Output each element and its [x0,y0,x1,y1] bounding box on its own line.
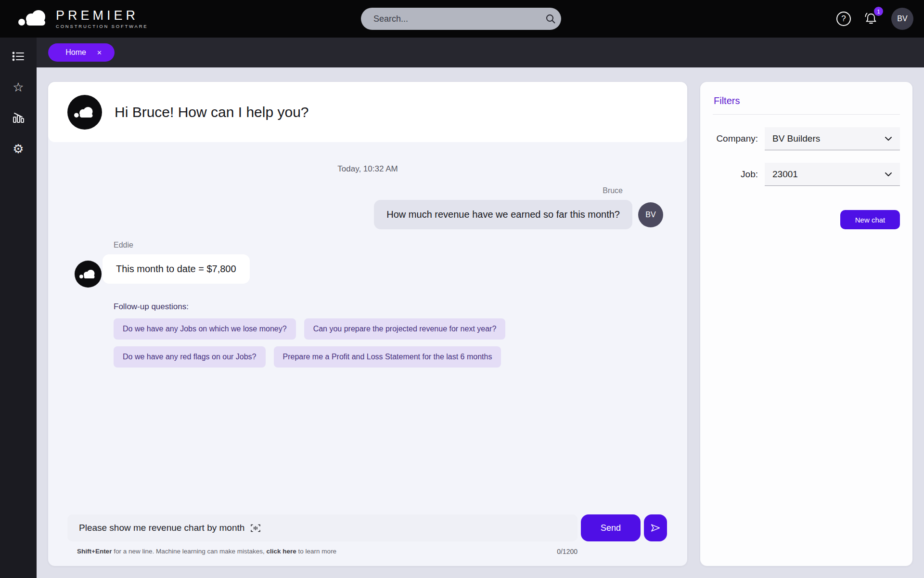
main-area: Hi Bruce! How can I help you? Today, 10:… [37,67,924,578]
gear-glyph: ⚙ [13,143,24,155]
tab-home-label: Home [65,48,86,57]
message-author: Bruce [603,186,623,195]
send-arrow-icon[interactable] [644,514,667,541]
message-bubble: How much revenue have we earned so far t… [374,200,632,229]
user-avatar[interactable]: BV [891,8,913,30]
tab-close-icon[interactable]: ✕ [97,49,102,56]
char-count: 0/1200 [557,548,578,555]
followup-section: Follow-up questions: Do we have any Jobs… [114,302,510,368]
message-bubble: This month to date = $7,800 [103,254,250,284]
assistant-avatar [67,95,102,130]
settings-gear-icon[interactable]: ⚙ [12,142,25,156]
hint-text-end: to learn more [296,548,336,555]
conversation: Today, 10:32 AM Bruce How much revenue h… [48,142,687,514]
company-select[interactable]: BV Builders [765,127,900,150]
filters-panel: Filters Company: BV Builders Job: 23001 [700,82,912,566]
chevron-down-icon [885,134,892,143]
followup-heading: Follow-up questions: [114,302,510,312]
tab-home[interactable]: Home ✕ [48,43,115,62]
notifications-bell-icon[interactable]: 1 [863,10,879,27]
message-assistant: Eddie This month to date = $7,800 [48,241,687,288]
followup-chip[interactable]: Do we have any red flags on our Jobs? [114,346,266,368]
company-label: Company: [713,133,765,144]
conversation-timestamp: Today, 10:32 AM [48,164,687,174]
hint-learn-more-link[interactable]: click here [267,548,296,555]
followup-chip[interactable]: Prepare me a Profit and Loss Statement f… [274,346,501,368]
assistant-message-avatar [75,261,102,288]
message-author: Eddie [114,241,133,250]
job-select[interactable]: 23001 [765,163,900,186]
composer: Please show me revenue chart by month Se… [48,514,687,566]
star-glyph: ☆ [13,81,24,93]
chat-header: Hi Bruce! How can I help you? [48,82,687,142]
new-chat-button[interactable]: New chat [840,210,900,229]
message-user: Bruce How much revenue have we earned so… [48,186,687,229]
user-message-avatar: BV [638,202,663,227]
brand-tagline: CONSTRUCTION SOFTWARE [56,24,148,29]
followup-chip[interactable]: Do we have any Jobs on which we lose mon… [114,318,296,340]
analytics-chart-icon[interactable] [12,111,25,125]
list-menu-icon[interactable] [12,50,25,63]
job-filter-row: Job: 23001 [713,163,900,186]
chevron-down-icon [885,170,892,179]
brand-name: PREMIER [56,9,148,22]
filters-title: Filters [714,95,900,106]
hint-text: for a new line. Machine learning can mak… [112,548,266,555]
notification-badge: 1 [874,7,883,16]
left-sidebar: ☆ ⚙ [0,38,37,578]
divider [713,114,900,115]
top-header: PREMIER CONSTRUCTION SOFTWARE ? 1 BV [0,0,924,38]
user-message-avatar-initials: BV [645,210,655,219]
company-value: BV Builders [772,133,820,144]
brand-logo: PREMIER CONSTRUCTION SOFTWARE [18,7,148,30]
message-input-text: Please show me revenue chart by month [79,523,244,533]
company-filter-row: Company: BV Builders [713,127,900,150]
job-value: 23001 [772,169,798,180]
search-icon[interactable] [540,8,561,29]
user-avatar-initials: BV [897,14,907,23]
cloud-logo-icon [18,7,49,30]
followup-chip[interactable]: Can you prepare the projected revenue fo… [304,318,506,340]
search-bar[interactable] [361,8,561,30]
tab-bar: Home ✕ [37,38,924,67]
favorites-star-icon[interactable]: ☆ [12,80,25,94]
hint-shortcut: Shift+Enter [77,548,112,555]
search-input[interactable] [361,14,540,24]
message-input[interactable]: Please show me revenue chart by month [67,514,578,541]
job-label: Job: [713,169,765,180]
composer-hint: Shift+Enter for a new line. Machine lear… [77,548,336,555]
help-icon[interactable]: ? [836,12,851,26]
voice-input-icon[interactable] [250,524,261,533]
chat-greeting: Hi Bruce! How can I help you? [115,104,309,120]
chat-panel: Hi Bruce! How can I help you? Today, 10:… [48,82,687,566]
help-glyph: ? [841,14,846,24]
send-button[interactable]: Send [581,514,641,541]
